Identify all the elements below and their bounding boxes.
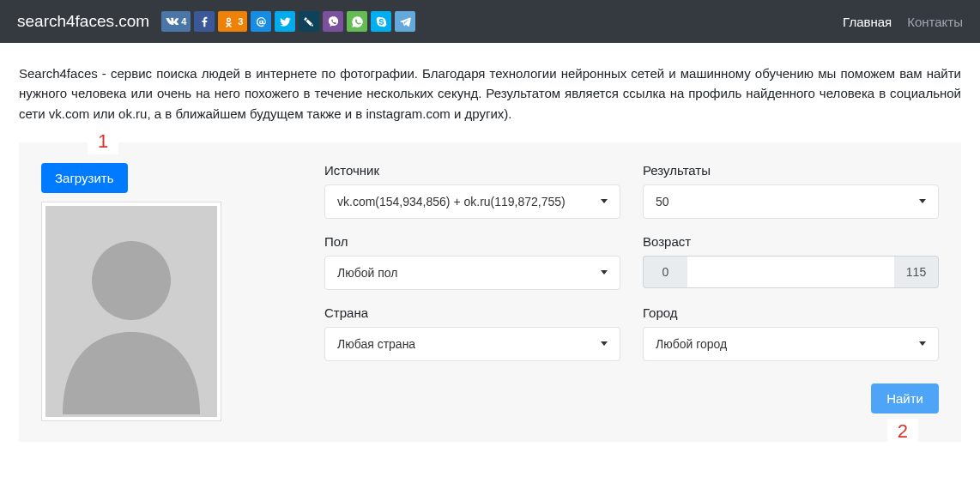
share-mailru-button[interactable] (251, 11, 271, 32)
field-country: Страна Любая страна (324, 305, 620, 361)
mailru-icon (255, 15, 268, 28)
share-ok-button[interactable]: 3 (218, 11, 247, 32)
city-label: Город (643, 305, 939, 320)
brand-logo[interactable]: search4faces.com (17, 12, 149, 31)
share-twitter-button[interactable] (275, 11, 295, 32)
country-label: Страна (324, 305, 620, 320)
results-select[interactable]: 50 (643, 184, 939, 219)
vk-icon (166, 15, 178, 28)
marker-1: 1 (88, 129, 118, 154)
social-share-row: 4 3 (161, 11, 415, 32)
intro-text: Search4faces - сервис поиска людей в инт… (19, 63, 961, 124)
skype-icon (375, 15, 388, 28)
viber-icon (327, 15, 340, 28)
nav-links: Главная Контакты (843, 15, 963, 29)
share-facebook-button[interactable] (194, 11, 215, 32)
results-label: Результаты (643, 163, 939, 178)
nav-contacts[interactable]: Контакты (907, 15, 963, 29)
results-value: 50 (656, 195, 669, 208)
chevron-down-icon (601, 270, 608, 275)
age-min: 0 (643, 256, 687, 288)
main-content: Search4faces - сервис поиска людей в инт… (0, 43, 980, 442)
country-value: Любая страна (337, 337, 415, 351)
city-select[interactable]: Любой город (643, 327, 939, 361)
gender-value: Любой пол (337, 266, 397, 280)
chevron-down-icon (919, 341, 926, 346)
share-livejournal-button[interactable] (299, 11, 319, 32)
age-range-slider[interactable]: 0 115 (643, 256, 939, 288)
ok-icon (222, 15, 235, 28)
field-gender: Пол Любой пол (324, 234, 620, 290)
share-skype-button[interactable] (371, 11, 391, 32)
gender-label: Пол (324, 234, 620, 249)
source-label: Источник (324, 163, 620, 178)
share-vk-button[interactable]: 4 (161, 11, 191, 32)
whatsapp-icon (351, 15, 364, 28)
chevron-down-icon (601, 341, 608, 346)
ok-count: 3 (238, 16, 243, 27)
source-select[interactable]: vk.com(154,934,856) + ok.ru(119,872,755) (324, 184, 620, 219)
gender-select[interactable]: Любой пол (324, 256, 620, 290)
share-whatsapp-button[interactable] (347, 11, 367, 32)
facebook-icon (198, 15, 211, 28)
country-select[interactable]: Любая страна (324, 327, 620, 361)
search-panel: 1 2 Загрузить Источник (19, 142, 961, 442)
share-viber-button[interactable] (323, 11, 343, 32)
field-source: Источник vk.com(154,934,856) + ok.ru(119… (324, 163, 620, 219)
form-column: Источник vk.com(154,934,856) + ok.ru(119… (324, 163, 939, 414)
avatar-placeholder[interactable] (41, 202, 221, 421)
nav-home[interactable]: Главная (843, 15, 892, 29)
marker-2: 2 (887, 419, 918, 441)
age-label: Возраст (643, 234, 939, 249)
svg-point-0 (92, 241, 171, 320)
vk-count: 4 (181, 16, 186, 27)
upload-button[interactable]: Загрузить (41, 163, 128, 193)
chevron-down-icon (919, 199, 926, 203)
field-city: Город Любой город (643, 305, 939, 361)
person-silhouette-icon (45, 206, 217, 417)
chevron-down-icon (601, 199, 608, 203)
field-age: Возраст 0 115 (643, 234, 939, 290)
telegram-icon (399, 15, 412, 28)
twitter-icon (279, 15, 292, 28)
share-telegram-button[interactable] (395, 11, 415, 32)
age-max: 115 (894, 256, 939, 288)
find-button[interactable]: Найти (871, 383, 939, 414)
age-slider-track[interactable] (687, 256, 894, 288)
field-results: Результаты 50 (643, 163, 939, 219)
source-value: vk.com(154,934,856) + ok.ru(119,872,755) (337, 195, 566, 208)
livejournal-icon (303, 15, 316, 28)
top-bar: search4faces.com 4 3 (0, 0, 980, 43)
city-value: Любой город (656, 337, 727, 351)
upload-column: Загрузить (41, 163, 221, 421)
